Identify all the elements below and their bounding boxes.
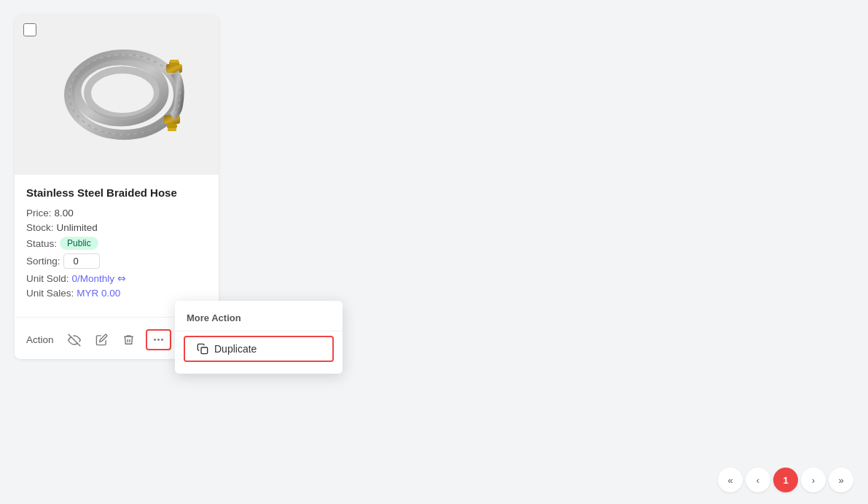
last-page-button[interactable]: » [829, 468, 853, 492]
unit-sold-link[interactable]: 0/Monthly ⇔ [72, 272, 127, 284]
edit-button[interactable] [92, 330, 112, 350]
product-info: Stainless Steel Braided Hose Price: 8.00… [15, 175, 219, 311]
svg-rect-7 [170, 60, 179, 63]
main-content: Stainless Steel Braided Hose Price: 8.00… [0, 0, 868, 504]
unit-sales-value: MYR 0.00 [77, 288, 120, 299]
svg-rect-9 [167, 124, 177, 128]
hide-button[interactable] [64, 330, 85, 350]
stock-value: Unlimited [57, 222, 98, 233]
product-image [36, 29, 197, 160]
sorting-detail: Sorting: [26, 253, 207, 269]
action-label: Action [26, 334, 54, 345]
stock-label: Stock: [26, 222, 54, 233]
price-detail: Price: 8.00 [26, 208, 207, 218]
svg-point-13 [157, 339, 160, 341]
product-name: Stainless Steel Braided Hose [26, 185, 207, 200]
status-detail: Status: Public [26, 237, 207, 250]
unit-sales-detail: Unit Sales: MYR 0.00 [26, 288, 207, 299]
unit-sales-label: Unit Sales: [26, 288, 74, 299]
svg-rect-15 [201, 347, 208, 354]
price-label: Price: [26, 208, 52, 218]
duplicate-label: Duplicate [214, 343, 257, 355]
prev-page-button[interactable]: ‹ [746, 468, 770, 492]
product-card: Stainless Steel Braided Hose Price: 8.00… [15, 15, 219, 359]
product-image-area [15, 15, 219, 175]
edit-icon [95, 334, 108, 346]
more-actions-button[interactable] [146, 329, 171, 350]
status-badge: Public [60, 237, 98, 250]
svg-rect-10 [168, 128, 176, 131]
unit-sold-value: 0/Monthly [72, 273, 115, 284]
svg-point-2 [87, 70, 157, 117]
unit-sold-label: Unit Sold: [26, 273, 69, 284]
current-page-button[interactable]: 1 [773, 468, 798, 492]
svg-point-12 [154, 339, 156, 341]
delete-button[interactable] [119, 330, 138, 350]
sorting-label: Sorting: [26, 256, 60, 267]
svg-point-14 [161, 339, 163, 341]
more-icon [152, 334, 165, 346]
sorting-input[interactable] [63, 253, 100, 269]
stock-detail: Stock: Unlimited [26, 222, 207, 233]
price-value: 8.00 [55, 208, 74, 218]
duplicate-icon [197, 343, 208, 355]
next-page-button[interactable]: › [801, 468, 826, 492]
product-select-checkbox[interactable] [23, 23, 36, 36]
more-action-dropdown: More Action Duplicate [175, 301, 343, 374]
duplicate-button[interactable]: Duplicate [184, 336, 334, 362]
pagination: « ‹ 1 › » [718, 468, 853, 492]
trash-icon [122, 334, 135, 346]
first-page-button[interactable]: « [718, 468, 743, 492]
dropdown-header: More Action [175, 308, 343, 331]
eye-off-icon [68, 334, 81, 347]
swap-icon: ⇔ [117, 272, 126, 284]
status-label: Status: [26, 238, 57, 249]
unit-sold-detail: Unit Sold: 0/Monthly ⇔ [26, 272, 207, 284]
product-grid: Stainless Steel Braided Hose Price: 8.00… [15, 15, 853, 359]
